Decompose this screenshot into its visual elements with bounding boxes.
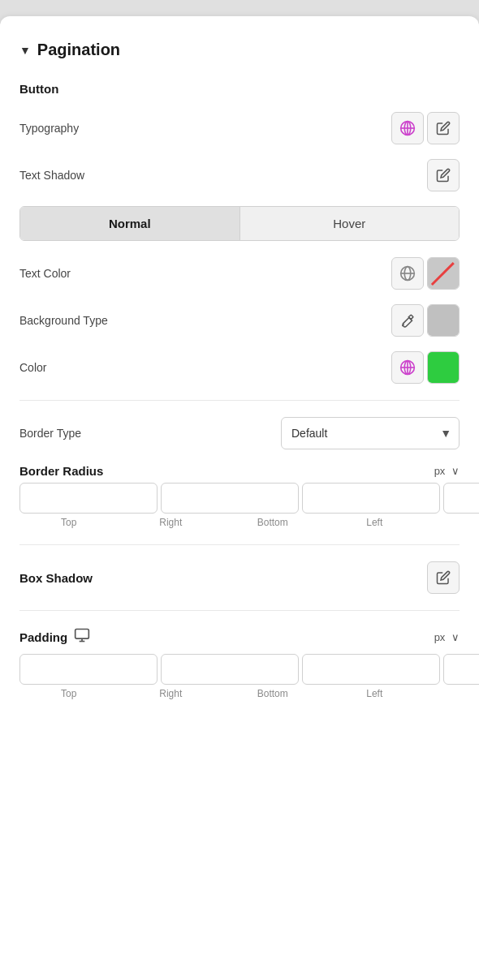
text-shadow-edit-button[interactable]: [427, 159, 460, 191]
border-type-label: Border Type: [19, 427, 81, 440]
padding-top-input[interactable]: [19, 654, 158, 685]
text-color-globe-button[interactable]: [391, 257, 424, 290]
box-shadow-row: Box Shadow: [19, 561, 460, 594]
typography-controls: [391, 112, 460, 144]
border-type-row: Border Type Default None Solid Dashed Do…: [19, 417, 460, 449]
padding-label: Padding: [19, 630, 67, 644]
border-radius-bottom-input[interactable]: [302, 483, 440, 514]
box-shadow-label: Box Shadow: [19, 571, 93, 585]
padding-inputs: [19, 654, 460, 685]
border-type-dropdown-wrapper: Default None Solid Dashed Dotted Double …: [281, 417, 460, 449]
padding-left-input[interactable]: [443, 654, 479, 685]
background-type-swatch[interactable]: [427, 304, 460, 337]
typography-row: Typography: [19, 112, 460, 144]
text-color-label: Text Color: [19, 267, 71, 280]
background-type-controls: [391, 304, 460, 337]
tab-hover[interactable]: Hover: [240, 207, 460, 240]
chevron-icon: ▼: [19, 44, 31, 57]
divider-3: [19, 610, 460, 611]
background-type-row: Background Type: [19, 304, 460, 337]
pencil-icon: [436, 168, 451, 183]
color-swatch[interactable]: [427, 351, 460, 384]
border-radius-right-label: Right: [122, 517, 221, 528]
color-label: Color: [19, 361, 46, 374]
background-type-brush-button[interactable]: [391, 304, 424, 337]
border-radius-bottom-label: Bottom: [223, 517, 322, 528]
background-type-gray: [428, 305, 459, 336]
divider-2: [19, 544, 460, 545]
padding-unit-selector[interactable]: px ∨: [434, 631, 460, 643]
color-controls: [391, 351, 460, 384]
tab-normal[interactable]: Normal: [20, 207, 240, 240]
color-green: [428, 352, 459, 383]
monitor-svg: [74, 627, 90, 643]
border-radius-unit-row: Border Radius px ∨: [19, 464, 460, 478]
padding-left-label: Left: [326, 688, 425, 699]
padding-top-label: Top: [19, 688, 119, 699]
pencil-icon: [436, 121, 451, 135]
state-tabs: Normal Hover: [19, 206, 460, 241]
border-radius-label: Border Radius: [19, 464, 103, 478]
text-color-row: Text Color: [19, 257, 460, 290]
section-header: ▼ Pagination: [19, 41, 460, 59]
padding-section: Padding px ∨: [19, 627, 460, 699]
border-radius-top-label: Top: [19, 517, 119, 528]
border-radius-unit-selector[interactable]: px ∨: [434, 465, 460, 477]
background-type-label: Background Type: [19, 314, 108, 327]
border-radius-inputs: [19, 483, 460, 514]
globe-icon: [399, 265, 416, 282]
svg-rect-11: [76, 630, 89, 639]
border-radius-right-input[interactable]: [161, 483, 299, 514]
text-shadow-controls: [427, 159, 460, 191]
color-globe-button[interactable]: [391, 351, 424, 384]
padding-left-group: Padding: [19, 627, 90, 647]
text-shadow-row: Text Shadow: [19, 159, 460, 191]
padding-header-row: Padding px ∨: [19, 627, 460, 647]
box-shadow-edit-button[interactable]: [427, 561, 460, 594]
padding-bottom-input[interactable]: [302, 654, 440, 685]
text-color-controls: [391, 257, 460, 290]
brush-icon: [400, 313, 415, 328]
text-color-swatch[interactable]: [427, 257, 460, 290]
text-shadow-label: Text Shadow: [19, 169, 84, 182]
divider-1: [19, 400, 460, 401]
padding-bottom-label: Bottom: [223, 688, 322, 699]
pencil-icon: [436, 570, 451, 585]
typography-edit-button[interactable]: [427, 112, 460, 144]
section-title: Pagination: [37, 41, 120, 59]
border-radius-section: Border Radius px ∨ Top Right Bottom Left: [19, 464, 460, 528]
globe-icon: [399, 120, 416, 136]
typography-label: Typography: [19, 122, 79, 135]
settings-panel: ▼ Pagination Button Typography: [0, 16, 479, 980]
color-row: Color: [19, 351, 460, 384]
border-type-select[interactable]: Default None Solid Dashed Dotted Double …: [281, 417, 460, 449]
monitor-icon: [74, 627, 90, 647]
border-radius-top-input[interactable]: [19, 483, 158, 514]
padding-labels: Top Right Bottom Left: [19, 688, 460, 699]
padding-right-input[interactable]: [161, 654, 299, 685]
button-sub-label: Button: [19, 82, 460, 96]
border-radius-left-input[interactable]: [443, 483, 479, 514]
globe-icon: [399, 359, 416, 376]
border-radius-labels: Top Right Bottom Left: [19, 517, 460, 528]
typography-globe-button[interactable]: [391, 112, 424, 144]
padding-right-label: Right: [122, 688, 221, 699]
border-radius-left-label: Left: [326, 517, 425, 528]
text-color-crossed: [428, 258, 459, 289]
